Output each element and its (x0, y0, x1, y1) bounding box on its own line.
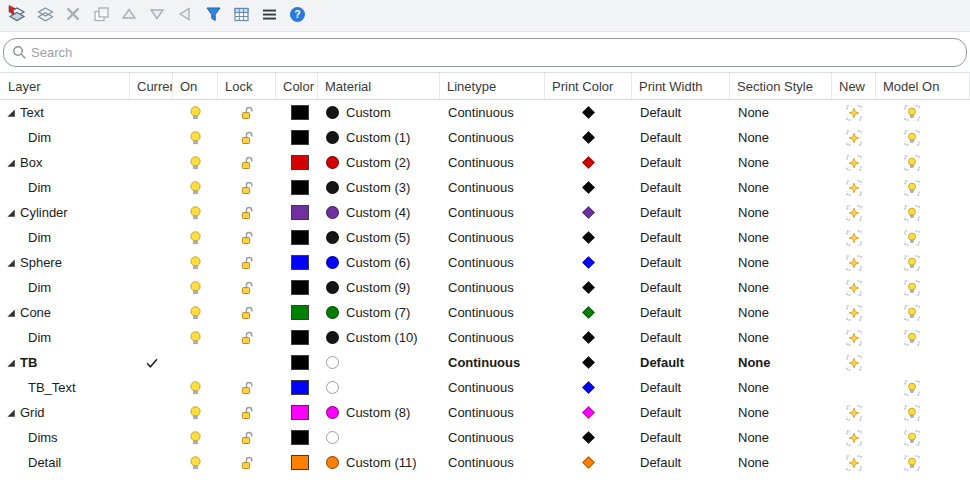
table-row[interactable]: Sphere (0, 250, 970, 275)
print-color-cell[interactable] (545, 450, 632, 475)
material-dot-icon[interactable] (326, 356, 339, 369)
linetype-cell[interactable]: Continuous (440, 375, 545, 400)
new-detail-cell[interactable] (832, 375, 876, 400)
on-cell[interactable] (173, 300, 218, 325)
linetype-cell[interactable]: Continuous (440, 300, 545, 325)
print-color-diamond-icon[interactable] (582, 331, 595, 344)
linetype-cell[interactable]: Continuous (440, 250, 545, 275)
print-width-cell[interactable]: Default (632, 450, 730, 475)
on-bulb-icon[interactable] (189, 381, 202, 395)
print-color-cell[interactable] (545, 125, 632, 150)
linetype-cell[interactable]: Continuous (440, 225, 545, 250)
linetype-cell[interactable]: Continuous (440, 325, 545, 350)
expand-arrow-icon[interactable] (6, 308, 16, 318)
model-on-cell[interactable] (876, 375, 970, 400)
material-cell[interactable]: Custom (6) (318, 250, 440, 275)
print-color-cell[interactable] (545, 250, 632, 275)
new-detail-icon[interactable] (846, 105, 862, 121)
on-cell[interactable] (173, 150, 218, 175)
linetype-cell[interactable]: Continuous (440, 275, 545, 300)
layer-cell[interactable]: Dim (0, 175, 130, 200)
lock-cell[interactable] (218, 425, 276, 450)
on-bulb-icon[interactable] (189, 281, 202, 295)
material-cell[interactable]: Custom (8) (318, 400, 440, 425)
color-cell[interactable] (276, 100, 318, 125)
column-header-material[interactable]: Material (318, 73, 440, 99)
new-detail-cell[interactable] (832, 425, 876, 450)
lock-cell[interactable] (218, 400, 276, 425)
model-on-cell[interactable] (876, 300, 970, 325)
linetype-cell[interactable]: Continuous (440, 150, 545, 175)
columns-button[interactable] (231, 6, 251, 26)
color-swatch[interactable] (291, 330, 309, 345)
expand-arrow-icon[interactable] (6, 258, 16, 268)
model-on-cell[interactable] (876, 175, 970, 200)
new-detail-cell[interactable] (832, 200, 876, 225)
print-color-cell[interactable] (545, 100, 632, 125)
on-bulb-icon[interactable] (189, 206, 202, 220)
material-cell[interactable]: Custom (7) (318, 300, 440, 325)
material-dot-icon[interactable] (326, 456, 339, 469)
layer-cell[interactable]: TB (0, 350, 130, 375)
print-color-diamond-icon[interactable] (582, 106, 595, 119)
table-row[interactable]: Grid (0, 400, 970, 425)
print-width-cell[interactable]: Default (632, 325, 730, 350)
print-color-diamond-icon[interactable] (582, 356, 595, 369)
print-color-cell[interactable] (545, 150, 632, 175)
print-color-cell[interactable] (545, 325, 632, 350)
move-left-button[interactable] (175, 6, 195, 26)
material-cell[interactable]: Custom (11) (318, 450, 440, 475)
material-cell[interactable]: Custom (4) (318, 200, 440, 225)
new-detail-icon[interactable] (846, 330, 862, 346)
color-swatch[interactable] (291, 230, 309, 245)
new-detail-icon[interactable] (846, 155, 862, 171)
lock-open-icon[interactable] (240, 256, 254, 270)
lock-open-icon[interactable] (240, 306, 254, 320)
table-row[interactable]: Box (0, 150, 970, 175)
layer-cell[interactable]: Cylinder (0, 200, 130, 225)
model-on-bulb-icon[interactable] (904, 105, 920, 121)
material-cell[interactable]: Custom (318, 100, 440, 125)
new-detail-icon[interactable] (846, 405, 862, 421)
section-style-cell[interactable]: None (730, 225, 832, 250)
move-up-button[interactable] (119, 6, 139, 26)
material-cell[interactable]: Custom (9) (318, 275, 440, 300)
new-detail-cell[interactable] (832, 250, 876, 275)
model-on-bulb-icon[interactable] (904, 155, 920, 171)
section-style-cell[interactable]: None (730, 375, 832, 400)
color-swatch[interactable] (291, 105, 309, 120)
new-detail-cell[interactable] (832, 350, 876, 375)
current-cell[interactable] (130, 100, 173, 125)
section-style-cell[interactable]: None (730, 125, 832, 150)
model-on-cell[interactable] (876, 250, 970, 275)
color-swatch[interactable] (291, 305, 309, 320)
linetype-cell[interactable]: Continuous (440, 350, 545, 375)
linetype-cell[interactable]: Continuous (440, 450, 545, 475)
material-cell[interactable]: Custom (2) (318, 150, 440, 175)
new-detail-cell[interactable] (832, 225, 876, 250)
column-header-print-width[interactable]: Print Width (632, 73, 730, 99)
section-style-cell[interactable]: None (730, 275, 832, 300)
lock-open-icon[interactable] (240, 131, 254, 145)
new-detail-cell[interactable] (832, 175, 876, 200)
column-header-print-color[interactable]: Print Color (545, 73, 632, 99)
material-cell[interactable] (318, 350, 440, 375)
section-style-cell[interactable]: None (730, 250, 832, 275)
new-detail-icon[interactable] (846, 255, 862, 271)
print-color-cell[interactable] (545, 350, 632, 375)
layer-cell[interactable]: Box (0, 150, 130, 175)
color-cell[interactable] (276, 200, 318, 225)
print-width-cell[interactable]: Default (632, 150, 730, 175)
new-detail-cell[interactable] (832, 150, 876, 175)
table-row[interactable]: Cone (0, 300, 970, 325)
new-sublayer-button[interactable] (35, 6, 55, 26)
on-bulb-icon[interactable] (189, 181, 202, 195)
print-width-cell[interactable]: Default (632, 300, 730, 325)
new-detail-icon[interactable] (846, 130, 862, 146)
color-cell[interactable] (276, 375, 318, 400)
material-dot-icon[interactable] (326, 256, 339, 269)
layer-cell[interactable]: Dim (0, 275, 130, 300)
section-style-cell[interactable]: None (730, 100, 832, 125)
print-width-cell[interactable]: Default (632, 250, 730, 275)
layer-cell[interactable]: Grid (0, 400, 130, 425)
